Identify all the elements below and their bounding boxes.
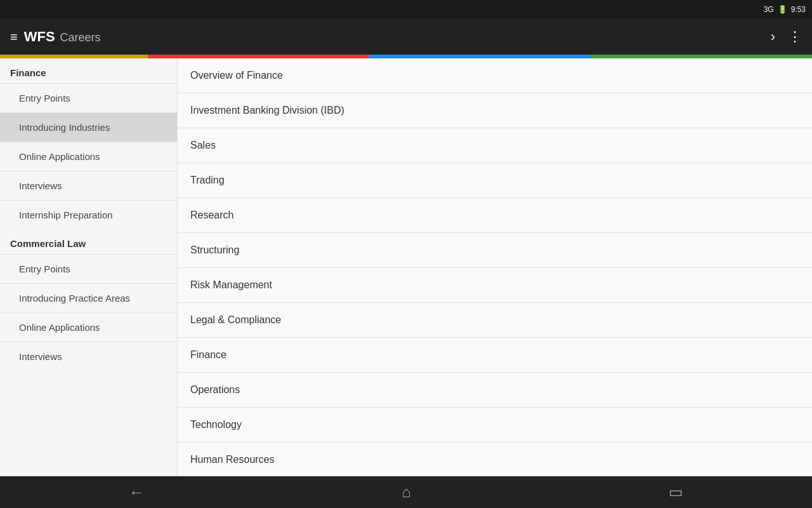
app-bar-title: WFS Careers bbox=[24, 29, 101, 45]
list-item[interactable]: Sales bbox=[178, 128, 812, 163]
sidebar-item-finance-interviews[interactable]: Interviews bbox=[0, 171, 177, 200]
main-content: Finance Entry Points Introducing Industr… bbox=[0, 58, 812, 476]
sidebar-item-finance-online-applications[interactable]: Online Applications bbox=[0, 142, 177, 171]
list-item[interactable]: Operations bbox=[178, 373, 812, 408]
time-display: 9:53 bbox=[791, 5, 806, 14]
nav-bar: ← ⌂ ▭ bbox=[0, 476, 812, 508]
content-area: Overview of Finance Investment Banking D… bbox=[178, 58, 812, 476]
list-item[interactable]: Human Resources bbox=[178, 443, 812, 476]
app-name: WFS bbox=[24, 29, 55, 45]
list-item[interactable]: Overview of Finance bbox=[178, 58, 812, 93]
sidebar: Finance Entry Points Introducing Industr… bbox=[0, 58, 178, 476]
recent-apps-button[interactable]: ▭ bbox=[669, 483, 683, 501]
home-button[interactable]: ⌂ bbox=[402, 483, 411, 501]
list-item[interactable]: Risk Management bbox=[178, 268, 812, 303]
list-item[interactable]: Structuring bbox=[178, 233, 812, 268]
app-bar-left: ≡ WFS Careers bbox=[10, 29, 101, 45]
back-button[interactable]: ← bbox=[129, 483, 144, 501]
sidebar-item-cl-introducing-practice-areas[interactable]: Introducing Practice Areas bbox=[0, 283, 177, 312]
forward-icon[interactable]: › bbox=[771, 29, 775, 45]
list-item[interactable]: Legal & Compliance bbox=[178, 303, 812, 338]
sidebar-item-cl-interviews[interactable]: Interviews bbox=[0, 342, 177, 371]
battery-icon: 🔋 bbox=[778, 5, 787, 14]
list-item[interactable]: Research bbox=[178, 198, 812, 233]
sidebar-item-finance-introducing-industries[interactable]: Introducing Industries bbox=[0, 112, 177, 142]
status-bar: 3G 🔋 9:53 bbox=[0, 0, 812, 19]
app-subtitle: Careers bbox=[60, 31, 101, 44]
list-item[interactable]: Technology bbox=[178, 408, 812, 443]
more-icon[interactable]: ⋮ bbox=[788, 29, 802, 45]
list-item[interactable]: Investment Banking Division (IBD) bbox=[178, 93, 812, 128]
list-item[interactable]: Trading bbox=[178, 163, 812, 198]
app-bar: ≡ WFS Careers › ⋮ bbox=[0, 19, 812, 55]
sidebar-item-cl-online-applications[interactable]: Online Applications bbox=[0, 312, 177, 342]
list-item[interactable]: Finance bbox=[178, 338, 812, 373]
signal-indicator: 3G bbox=[764, 5, 774, 14]
sidebar-item-cl-entry-points[interactable]: Entry Points bbox=[0, 254, 177, 283]
sidebar-section-finance: Finance bbox=[0, 58, 177, 83]
menu-icon[interactable]: ≡ bbox=[10, 30, 18, 44]
sidebar-section-commercial-law: Commercial Law bbox=[0, 229, 177, 254]
sidebar-item-finance-internship-preparation[interactable]: Internship Preparation bbox=[0, 200, 177, 229]
sidebar-item-finance-entry-points[interactable]: Entry Points bbox=[0, 83, 177, 112]
app-bar-right: › ⋮ bbox=[771, 29, 802, 45]
